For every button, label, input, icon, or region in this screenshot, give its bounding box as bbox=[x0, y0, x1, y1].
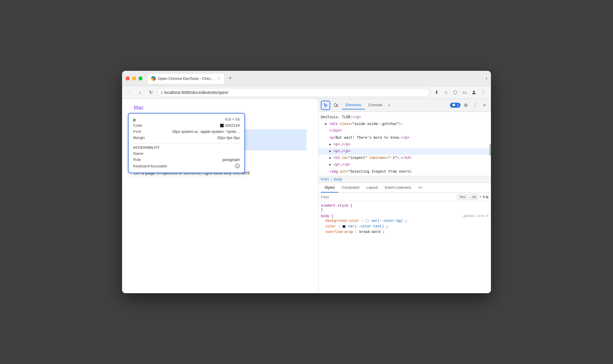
styles-tab-bar: Styles Computed Layout Event Listeners >… bbox=[319, 183, 491, 193]
css-rule-body: _global.scss:6 body { background-color :… bbox=[321, 214, 489, 235]
maximize-window-button[interactable] bbox=[138, 76, 143, 80]
css-selector: body { bbox=[321, 214, 333, 218]
tooltip-color-value: #202124 bbox=[220, 123, 240, 128]
dom-line: <p>But wait! There's more to know.</p> bbox=[319, 135, 491, 141]
breadcrumb-html[interactable]: html bbox=[321, 177, 329, 181]
tab-menu-button[interactable]: › bbox=[486, 75, 487, 81]
more-tabs-button[interactable]: » bbox=[386, 102, 393, 109]
browser-window: Open Chrome DevTools - Chro… × + › ‹ › ↻… bbox=[122, 71, 491, 293]
dom-tree[interactable]: DevTools. TLDR:</p> ▶ <div class="aside … bbox=[319, 112, 491, 176]
text-color-swatch[interactable] bbox=[343, 225, 345, 228]
dom-expand-icon[interactable]: ▶ bbox=[325, 122, 327, 126]
css-property-bg: background-color : var(--color-bg) ; bbox=[321, 218, 489, 224]
back-button[interactable]: ‹ bbox=[126, 88, 134, 97]
tooltip-keyboard-label: Keyboard-focusable bbox=[133, 164, 167, 168]
styles-tab-styles[interactable]: Styles bbox=[321, 183, 338, 193]
dom-expand-icon[interactable]: ▶ bbox=[329, 163, 331, 167]
tooltip-keyboard-value: ⊘ bbox=[235, 164, 240, 168]
devtools-close-button[interactable]: × bbox=[480, 101, 489, 109]
add-style-button[interactable]: + bbox=[480, 195, 482, 199]
not-focusable-icon: ⊘ bbox=[235, 164, 240, 168]
nav-bar: ‹ › ↻ ℹ localhost:8080/docs/devtools/ope… bbox=[122, 86, 491, 99]
devtools-toolbar: Elements Console » 💬 9 ⚙ ⋮ × bbox=[319, 99, 491, 112]
styles-tab-layout[interactable]: Layout bbox=[363, 183, 381, 193]
tab-elements[interactable]: Elements bbox=[342, 101, 365, 109]
styles-filter-bar: :hov .cls + ⊞ ◧ bbox=[319, 193, 491, 201]
css-close-brace: } bbox=[321, 208, 323, 212]
tooltip-font-row: Font 16px system-ui, -apple-system, "sys… bbox=[133, 128, 240, 135]
dom-line: <img alt="Selecting Inspect from shortc bbox=[319, 169, 491, 175]
address-bar[interactable]: ℹ localhost:8080/docs/devtools/open/ bbox=[157, 88, 430, 97]
css-var-color: var(--color-text) bbox=[348, 224, 384, 229]
breadcrumb-separator: › bbox=[331, 177, 333, 181]
dom-expand-icon[interactable]: ▶ bbox=[329, 149, 331, 153]
tab-favicon bbox=[151, 76, 156, 81]
svg-rect-3 bbox=[334, 104, 336, 107]
dom-expand-icon[interactable]: ▶ bbox=[329, 142, 331, 147]
dom-expand-icon[interactable]: ▶ bbox=[329, 156, 331, 160]
devtools-panel: Elements Console » 💬 9 ⚙ ⋮ × DevTools. T… bbox=[318, 99, 491, 293]
refresh-button[interactable]: ↻ bbox=[147, 88, 155, 97]
dom-selected-line[interactable]: ▶ <p>…</p> bbox=[319, 148, 491, 155]
devtools-more-button[interactable]: ⋮ bbox=[471, 101, 479, 109]
forward-button[interactable]: › bbox=[136, 88, 144, 97]
extension-button[interactable]: ⬡ bbox=[451, 88, 459, 97]
cast-button[interactable]: ▭ bbox=[460, 88, 469, 97]
devtools-tab-bar: Elements Console » bbox=[342, 101, 449, 109]
device-toolbar-button[interactable] bbox=[331, 101, 341, 110]
element-tooltip: p 418 × 56 Color #202124 Font 16px syste… bbox=[128, 113, 245, 173]
new-tab-button[interactable]: + bbox=[226, 74, 234, 83]
styles-tab-computed[interactable]: Computed bbox=[338, 183, 363, 193]
svg-rect-4 bbox=[336, 104, 338, 107]
active-tab[interactable]: Open Chrome DevTools - Chro… × bbox=[147, 73, 225, 84]
svg-marker-2 bbox=[324, 104, 327, 107]
inspect-element-button[interactable] bbox=[321, 101, 330, 110]
tab-close-button[interactable]: × bbox=[216, 76, 221, 81]
minimize-window-button[interactable] bbox=[132, 76, 136, 80]
css-selector: element.style { bbox=[321, 204, 352, 208]
notification-badge[interactable]: 💬 9 bbox=[450, 103, 460, 108]
tooltip-margin-value: 32px 0px 0px bbox=[217, 135, 240, 140]
tooltip-color-label: Color bbox=[133, 123, 142, 128]
profile-button[interactable] bbox=[470, 88, 478, 97]
css-var-bg: var(--color-bg) bbox=[371, 219, 403, 223]
css-property-color: color : var(--color-text) ; bbox=[321, 224, 489, 229]
tab-console[interactable]: Console bbox=[365, 101, 386, 109]
devtools-settings-button[interactable]: ⚙ bbox=[462, 101, 470, 109]
dom-line: ▶ <p>…</p> bbox=[319, 162, 491, 168]
tooltip-role-label: Role bbox=[133, 157, 141, 162]
hov-button[interactable]: :hov bbox=[457, 194, 468, 200]
copy-styles-button[interactable]: ⊞ bbox=[483, 195, 485, 199]
more-options-button[interactable]: ⋮ bbox=[479, 88, 487, 97]
tooltip-color-row: Color #202124 bbox=[133, 122, 240, 128]
dom-text: DevTools. TLDR: bbox=[321, 115, 352, 119]
svg-point-0 bbox=[473, 91, 475, 92]
tooltip-keyboard-row: Keyboard-focusable ⊘ bbox=[133, 163, 240, 169]
css-overflow-wrap-value: break-word bbox=[359, 230, 380, 234]
notification-icon: 💬 bbox=[452, 103, 456, 107]
dom-scrollbar[interactable] bbox=[489, 144, 491, 156]
color-swatch bbox=[220, 124, 224, 127]
content-area: Mac Option + C Option + J p 418 × 56 Col… bbox=[122, 99, 491, 293]
styles-filter-input[interactable] bbox=[321, 195, 456, 199]
breadcrumb-body[interactable]: body bbox=[334, 177, 342, 181]
layout-button[interactable]: ◧ bbox=[486, 195, 489, 199]
bookmark-button[interactable]: ☆ bbox=[442, 88, 450, 97]
dom-line: ▶ <p>…</p> bbox=[319, 141, 491, 148]
tooltip-divider bbox=[133, 143, 240, 143]
cls-button[interactable]: .cls bbox=[469, 194, 478, 200]
styles-tab-event-listeners[interactable]: Event Listeners bbox=[381, 183, 415, 193]
breadcrumbs: html › body bbox=[319, 176, 491, 183]
share-button[interactable]: ⬆ bbox=[432, 88, 441, 97]
tooltip-header: p 418 × 56 bbox=[133, 117, 240, 122]
css-rule-element-style: element.style { } bbox=[321, 204, 489, 212]
css-source: _global.scss:6 bbox=[462, 214, 489, 218]
styles-panel: Styles Computed Layout Event Listeners >… bbox=[319, 183, 491, 293]
dom-line: ▶ <div class="aside aside--gotchas">… bbox=[319, 121, 491, 128]
close-window-button[interactable] bbox=[126, 76, 130, 80]
bg-color-swatch[interactable] bbox=[366, 219, 369, 222]
styles-tab-more[interactable]: >> bbox=[415, 183, 426, 193]
tooltip-name-label: Name bbox=[133, 151, 143, 156]
tooltip-role-value: paragraph bbox=[222, 157, 240, 162]
traffic-lights bbox=[126, 76, 143, 80]
